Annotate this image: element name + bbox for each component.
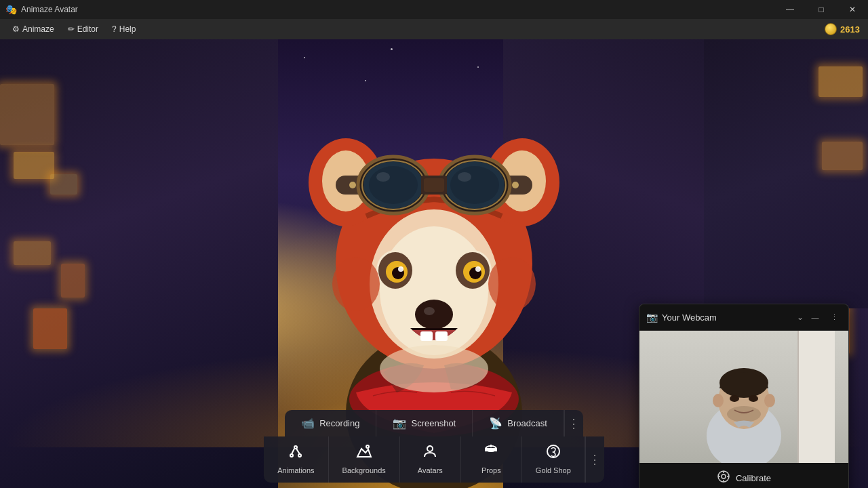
svg-point-12: [512, 182, 519, 188]
gold-count: 2613: [840, 24, 860, 35]
menu-animaze[interactable]: ⚙ Animaze: [5, 22, 61, 37]
viewport: 📹 Recording 📷 Screenshot 📡 Broadcast ⋮: [0, 39, 868, 488]
props-button[interactable]: Props: [461, 436, 522, 483]
svg-point-29: [415, 300, 453, 329]
window-glow: [61, 264, 85, 298]
svg-rect-32: [435, 331, 448, 341]
minimize-button[interactable]: —: [774, 0, 806, 19]
svg-point-66: [722, 474, 726, 479]
window-controls: — □ ✕: [774, 0, 868, 19]
svg-rect-53: [486, 449, 496, 451]
animations-label: Animations: [277, 466, 314, 474]
window-glow: [822, 142, 863, 170]
screenshot-icon: 📷: [393, 417, 406, 430]
svg-point-60: [713, 394, 724, 407]
recording-label: Recording: [319, 418, 359, 428]
menu-animaze-label: Animaze: [22, 24, 54, 34]
broadcast-icon: 📡: [489, 417, 502, 430]
svg-point-43: [332, 257, 380, 311]
screenshot-label: Screenshot: [411, 418, 456, 428]
window-glow: [0, 84, 54, 145]
svg-point-9: [349, 182, 356, 188]
maximize-button[interactable]: □: [806, 0, 837, 19]
props-label: Props: [481, 466, 501, 474]
webcam-camera-icon: 📷: [646, 312, 658, 323]
menu-help-label: Help: [119, 24, 136, 34]
animations-button[interactable]: Animations: [264, 436, 328, 483]
svg-point-15: [369, 166, 418, 204]
menu-editor-label: Editor: [77, 24, 98, 34]
svg-point-63: [749, 395, 758, 402]
menu-help[interactable]: ? Help: [105, 22, 142, 37]
gold-shop-icon: [545, 443, 561, 464]
upper-right-building: [704, 39, 868, 308]
titlebar-title: Animaze Avatar: [21, 5, 774, 14]
gold-shop-label: Gold Shop: [536, 466, 571, 474]
app-icon: 🎭: [5, 4, 17, 15]
webcam-panel: 📷 Your Webcam ⌄ — ⋮: [639, 304, 849, 488]
toolbar-top-more-button[interactable]: ⋮: [564, 410, 583, 436]
svg-point-24: [458, 172, 471, 182]
webcam-title: Your Webcam: [662, 312, 793, 323]
svg-point-41: [398, 266, 403, 272]
svg-point-46: [290, 454, 293, 457]
gold-shop-button[interactable]: Gold Shop: [522, 436, 585, 483]
menubar: ⚙ Animaze ✏ Editor ? Help 2613: [0, 19, 868, 39]
menu-editor[interactable]: ✏ Editor: [61, 22, 105, 37]
broadcast-button[interactable]: 📡 Broadcast: [473, 410, 564, 436]
webcam-door: [797, 331, 835, 463]
screenshot-button[interactable]: 📷 Screenshot: [376, 410, 473, 436]
backgrounds-button[interactable]: Backgrounds: [329, 436, 400, 483]
recording-icon: 📹: [301, 417, 315, 430]
broadcast-label: Broadcast: [507, 418, 547, 428]
toolbar-bottom-more-button[interactable]: ⋮: [585, 436, 604, 483]
svg-point-62: [730, 395, 739, 402]
webcam-dropdown-icon: ⌄: [797, 312, 804, 322]
svg-point-30: [424, 307, 435, 315]
svg-point-44: [488, 257, 536, 311]
webcam-footer[interactable]: Calibrate: [639, 463, 848, 488]
window-glow: [818, 66, 863, 97]
toolbar-bottom-row: Animations Backgrounds A: [264, 436, 604, 483]
webcam-minimize-button[interactable]: —: [808, 310, 823, 325]
webcam-feed: [639, 331, 848, 463]
window-glow: [50, 174, 77, 195]
backgrounds-label: Backgrounds: [342, 466, 386, 474]
editor-icon: ✏: [68, 24, 75, 34]
window-glow: [14, 152, 54, 179]
webcam-header: 📷 Your Webcam ⌄ — ⋮: [639, 304, 848, 331]
avatars-button[interactable]: Avatars: [400, 436, 461, 483]
gold-coin-icon: [825, 23, 837, 35]
calibrate-label: Calibrate: [736, 473, 771, 483]
close-button[interactable]: ✕: [837, 0, 868, 19]
svg-point-64: [727, 406, 761, 422]
props-icon: [483, 443, 499, 464]
calibrate-icon: [717, 470, 730, 487]
avatars-icon: [422, 443, 438, 464]
svg-point-51: [427, 446, 433, 451]
svg-point-55: [547, 445, 559, 458]
svg-point-47: [294, 446, 297, 449]
svg-point-45: [380, 345, 488, 392]
webcam-more-button[interactable]: ⋮: [827, 310, 842, 325]
window-glow: [33, 308, 67, 349]
svg-point-42: [475, 266, 481, 272]
svg-point-48: [298, 454, 301, 457]
avatars-label: Avatars: [418, 466, 443, 474]
svg-point-18: [376, 172, 390, 182]
recording-button[interactable]: 📹 Recording: [285, 410, 376, 436]
svg-marker-49: [357, 449, 371, 457]
help-icon: ?: [112, 24, 117, 34]
animations-icon: [288, 443, 304, 464]
svg-rect-27: [424, 178, 444, 192]
person-silhouette: [696, 341, 791, 463]
animaze-icon: ⚙: [12, 24, 20, 34]
svg-point-61: [764, 394, 775, 407]
svg-point-21: [450, 166, 499, 204]
titlebar: 🎭 Animaze Avatar — □ ✕: [0, 0, 868, 19]
svg-rect-31: [420, 331, 433, 341]
backgrounds-icon: [356, 443, 372, 464]
gold-display[interactable]: 2613: [825, 23, 860, 35]
toolbar-top-row: 📹 Recording 📷 Screenshot 📡 Broadcast ⋮: [285, 410, 583, 436]
window-glow: [14, 241, 51, 265]
